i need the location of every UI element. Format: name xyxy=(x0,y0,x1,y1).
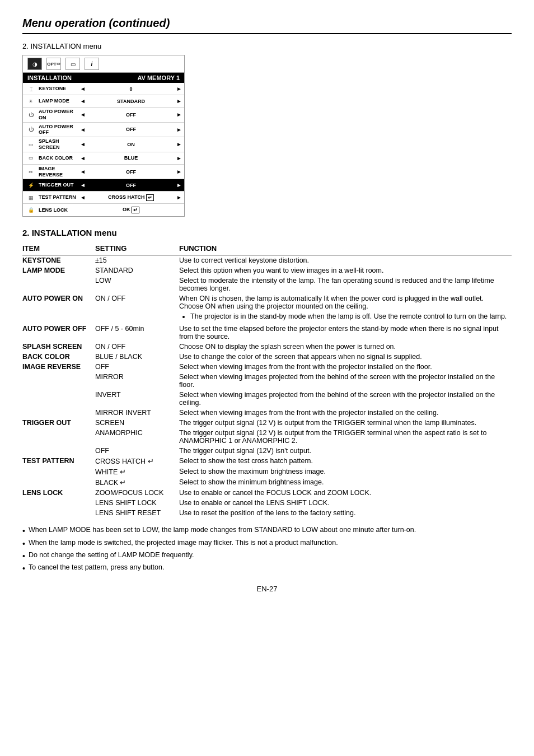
menu-header-right: AV MEMORY 1 xyxy=(137,74,180,81)
bullet-icon-4: • xyxy=(22,563,25,573)
arrow-right: ► xyxy=(176,127,184,133)
table-row: TRIGGER OUT SCREEN The trigger output si… xyxy=(22,418,512,428)
table-row: LAMP MODE STANDARD Select this option wh… xyxy=(22,265,512,276)
bullet-icon-2: • xyxy=(22,539,25,549)
arrow-right: ► xyxy=(176,155,184,161)
menu-row-keystone[interactable]: ⌶ KEYSTONE ◄ 0 ► xyxy=(23,83,184,95)
setting-test-black: BLACK ↵ xyxy=(95,477,179,488)
setting-back-color: BLUE / BLACK xyxy=(95,352,179,362)
setting-test-cross: CROSS HATCH ↵ xyxy=(95,456,179,466)
auto-power-on-value: OFF xyxy=(86,112,176,118)
menu-row-auto-power-on[interactable]: ⏻ AUTO POWER ON ◄ OFF ► xyxy=(23,108,184,123)
function-back-color: Use to change the color of the screen th… xyxy=(179,352,512,362)
setting-lens-zoom-focus: ZOOM/FOCUS LOCK xyxy=(95,488,179,498)
table-row: INVERT Select when viewing images projec… xyxy=(22,390,512,408)
function-trigger-anamorphic: The trigger output signal (12 V) is outp… xyxy=(179,428,512,446)
menu-row-image-reverse[interactable]: ⇔ IMAGE REVERSE ◄ OFF ► xyxy=(23,165,184,180)
keystone-label: KEYSTONE xyxy=(39,86,78,92)
test-pattern-icon: ▦ xyxy=(23,195,39,200)
page-number: EN-27 xyxy=(22,585,512,593)
table-row: IMAGE REVERSE OFF Select when viewing im… xyxy=(22,362,512,372)
back-color-value: BLUE xyxy=(86,155,176,161)
function-image-reverse-mirror-invert: Select when viewing images from the fron… xyxy=(179,408,512,418)
menu-icons-row: ◑ OPT▭ ▭ i xyxy=(23,55,184,73)
function-splash-screen: Choose ON to display the splash screen w… xyxy=(179,342,512,352)
test-pattern-value: CROSS HATCH ↵ xyxy=(86,194,176,201)
menu-row-splash-screen[interactable]: ▭ SPLASH SCREEN ◄ ON ► xyxy=(23,137,184,152)
item-empty7 xyxy=(22,466,95,477)
note-3: • Do not change the setting of LAMP MODE… xyxy=(22,551,512,561)
function-image-reverse-off: Select when viewing images from the fron… xyxy=(179,362,512,372)
item-keystone: KEYSTONE xyxy=(22,255,95,266)
back-color-icon: ▭ xyxy=(23,155,39,161)
table-row: KEYSTONE ±15 Use to correct vertical key… xyxy=(22,255,512,266)
table-row: OFF The trigger output signal (12V) isn'… xyxy=(22,446,512,456)
item-splash-screen: SPLASH SCREEN xyxy=(22,342,95,352)
note-text-2: When the lamp mode is switched, the proj… xyxy=(29,539,338,547)
function-keystone: Use to correct vertical keystone distort… xyxy=(179,255,512,266)
lamp-label: LAMP MODE xyxy=(39,98,78,104)
menu-row-trigger-out[interactable]: ⚡ TRIGGER OUT ◄ OFF ► xyxy=(23,179,184,192)
note-text-3: Do not change the setting of LAMP MODE f… xyxy=(29,551,194,559)
function-trigger-off: The trigger output signal (12V) isn't ou… xyxy=(179,446,512,456)
item-auto-power-off: AUTO POWER OFF xyxy=(22,324,95,342)
arrow-right: ► xyxy=(176,141,184,147)
menu-header-left: INSTALLATION xyxy=(27,74,72,81)
menu-row-test-pattern[interactable]: ▦ TEST PATTERN ◄ CROSS HATCH ↵ ► xyxy=(23,192,184,204)
setting-keystone: ±15 xyxy=(95,255,179,266)
notes-section: • When LAMP MODE has been set to LOW, th… xyxy=(22,526,512,573)
table-row: MIRROR INVERT Select when viewing images… xyxy=(22,408,512,418)
arrow-right: ► xyxy=(176,169,184,175)
item-empty9 xyxy=(22,498,95,508)
item-empty xyxy=(22,276,95,293)
info-table: ITEM SETTING FUNCTION KEYSTONE ±15 Use t… xyxy=(22,243,512,518)
table-row: LENS SHIFT LOCK Use to enable or cancel … xyxy=(22,498,512,508)
setting-trigger-anamorphic: ANAMORPHIC xyxy=(95,428,179,446)
menu-icon-display[interactable]: ▭ xyxy=(65,58,80,70)
table-row: ANAMORPHIC The trigger output signal (12… xyxy=(22,428,512,446)
menu-icon-opt[interactable]: OPT▭ xyxy=(46,58,61,70)
note-2: • When the lamp mode is switched, the pr… xyxy=(22,539,512,549)
table-row: AUTO POWER ON ON / OFF When ON is chosen… xyxy=(22,293,512,324)
test-pattern-label: TEST PATTERN xyxy=(39,194,78,200)
note-1: • When LAMP MODE has been set to LOW, th… xyxy=(22,526,512,536)
arrow-left: ◄ xyxy=(78,98,86,104)
menu-row-back-color[interactable]: ▭ BACK COLOR ◄ BLUE ► xyxy=(23,152,184,165)
table-title: 2. INSTALLATION menu xyxy=(22,228,512,237)
auto-power-off-label: AUTO POWER OFF xyxy=(39,124,78,136)
lens-lock-label: LENS LOCK xyxy=(39,207,78,213)
arrow-left: ◄ xyxy=(78,194,86,200)
trigger-out-value: OFF xyxy=(86,183,176,188)
function-lamp-low: Select to moderate the intensity of the … xyxy=(179,276,512,293)
setting-lamp-standard: STANDARD xyxy=(95,265,179,276)
trigger-out-label: TRIGGER OUT xyxy=(39,182,78,188)
lens-lock-icon: 🔒 xyxy=(23,207,39,213)
lamp-icon: ☀ xyxy=(23,99,39,104)
auto-power-on-icon: ⏻ xyxy=(23,112,39,118)
item-empty6 xyxy=(22,446,95,456)
setting-image-reverse-mirror: MIRROR xyxy=(95,372,179,390)
menu-icon-info[interactable]: i xyxy=(85,58,99,70)
menu-ui: ◑ OPT▭ ▭ i INSTALLATION AV MEMORY 1 ⌶ KE… xyxy=(22,55,185,217)
function-image-reverse-invert: Select when viewing images projected fro… xyxy=(179,390,512,408)
function-lens-zoom-focus: Use to enable or cancel the FOCUS LOCK a… xyxy=(179,488,512,498)
trigger-out-icon: ⚡ xyxy=(23,183,39,188)
setting-test-white: WHITE ↵ xyxy=(95,466,179,477)
lens-lock-value: OK ↵ xyxy=(78,207,184,213)
arrow-left: ◄ xyxy=(78,141,86,147)
table-row: LENS LOCK ZOOM/FOCUS LOCK Use to enable … xyxy=(22,488,512,498)
bullet-icon-1: • xyxy=(22,526,25,536)
arrow-left: ◄ xyxy=(78,127,86,133)
function-test-white: Select to show the maximum brightness im… xyxy=(179,466,512,477)
menu-row-lens-lock[interactable]: 🔒 LENS LOCK OK ↵ xyxy=(23,204,184,216)
lamp-value: STANDARD xyxy=(86,99,176,104)
menu-icon-installation[interactable]: ◑ xyxy=(27,58,42,70)
table-row: WHITE ↵ Select to show the maximum brigh… xyxy=(22,466,512,477)
arrow-right: ► xyxy=(176,194,184,200)
arrow-right: ► xyxy=(176,86,184,92)
setting-auto-power-off: OFF / 5 - 60min xyxy=(95,324,179,342)
menu-row-auto-power-off[interactable]: ⏻ AUTO POWER OFF ◄ OFF ► xyxy=(23,123,184,138)
menu-row-lamp-mode[interactable]: ☀ LAMP MODE ◄ STANDARD ► xyxy=(23,95,184,108)
table-row: MIRROR Select when viewing images projec… xyxy=(22,372,512,390)
arrow-left: ◄ xyxy=(78,155,86,161)
